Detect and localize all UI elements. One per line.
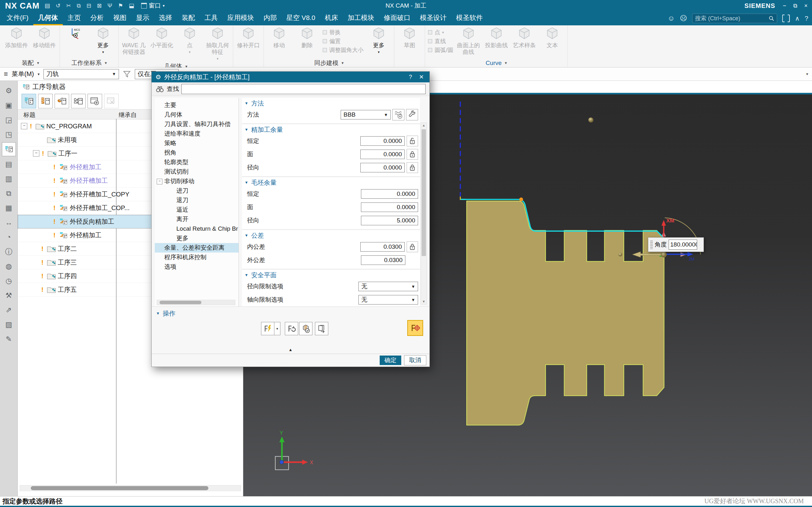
ribbon-item[interactable]: 替换 xyxy=(322,29,363,36)
ribbon-item[interactable]: 偏置 xyxy=(322,38,363,45)
ribbon-group-label[interactable] xyxy=(236,59,261,67)
section-header-blank-stock[interactable]: ▼ 毛坯余量 xyxy=(245,178,418,187)
new-method-button[interactable] xyxy=(392,109,404,120)
command-search[interactable]: 搜索 (Ctrl+Space) xyxy=(692,14,777,23)
filter-icon[interactable] xyxy=(123,70,131,78)
menu-tab-0[interactable]: 文件(F) xyxy=(2,11,33,25)
menu-tab-15[interactable]: 模圣设计 xyxy=(415,11,451,25)
tree-expander-icon[interactable]: − xyxy=(33,150,39,157)
web-browser-icon[interactable]: ◍ xyxy=(2,260,15,273)
lock-icon[interactable] xyxy=(407,149,418,160)
column-title[interactable]: 标题 xyxy=(23,111,36,119)
fixture-icon[interactable]: ◳ xyxy=(2,128,15,141)
scroll-up-icon[interactable]: ▲ xyxy=(421,123,426,128)
dialog-close-button[interactable]: ✕ xyxy=(417,73,426,80)
dialog-nav-item[interactable]: 更多 xyxy=(155,233,239,243)
menu-tab-1[interactable]: 几何体 xyxy=(33,11,63,25)
ribbon-group-label[interactable]: 装配▾ xyxy=(4,59,57,67)
process-flow-icon[interactable]: ⧉ xyxy=(2,187,15,200)
lock-icon[interactable] xyxy=(407,162,418,173)
operation-navigator-icon[interactable] xyxy=(2,142,16,156)
value-input[interactable]: 5.0000 xyxy=(361,216,418,225)
copy-icon[interactable]: ⧉ xyxy=(77,3,81,9)
dialog-nav-item[interactable]: 余量、公差和安全距离 xyxy=(155,243,239,252)
ribbon-group-label[interactable]: 同步建模▾ xyxy=(266,59,392,67)
fullscreen-icon[interactable] xyxy=(782,14,790,22)
section-header-method[interactable]: ▼ 方法 xyxy=(245,99,418,108)
menu-tab-12[interactable]: 机床 xyxy=(320,11,343,25)
machine-tool-view-icon[interactable]: ▤ xyxy=(2,158,15,171)
value-input[interactable]: 0.0300 xyxy=(360,242,405,251)
menu-tab-2[interactable]: 主页 xyxy=(63,11,86,25)
ribbon-item[interactable]: 移动 xyxy=(266,26,292,49)
gear-icon[interactable]: ⚙ xyxy=(2,84,15,97)
dialog-nav-item[interactable]: 几何体 xyxy=(155,110,239,119)
ribbon-item[interactable]: 曲面上的曲线 xyxy=(456,26,481,55)
menu-tab-14[interactable]: 修面破口 xyxy=(379,11,415,25)
generate-options-dropdown[interactable]: ▾ xyxy=(274,322,281,335)
navigator-hscrollbar[interactable] xyxy=(20,485,241,491)
ribbon-item[interactable]: 添加组件 xyxy=(4,26,29,49)
menu-tab-7[interactable]: 装配 xyxy=(177,11,200,25)
dialog-nav-item[interactable]: 进给率和速度 xyxy=(155,129,239,138)
part-cross-section[interactable] xyxy=(467,201,664,425)
reference-point[interactable] xyxy=(618,252,622,257)
value-input[interactable]: 0.0000 xyxy=(361,189,418,199)
ribbon-item[interactable]: 修补开口 xyxy=(236,26,261,49)
menu-tab-8[interactable]: 工具 xyxy=(200,11,223,25)
dialog-collapse-button[interactable]: ▲ xyxy=(152,347,429,354)
tree-expander-icon[interactable]: − xyxy=(21,123,27,129)
dialog-nav-item[interactable]: 主要 xyxy=(155,101,239,110)
menu-tab-10[interactable]: 内部 xyxy=(259,11,282,25)
dialog-nav-item[interactable]: 退刀 xyxy=(155,195,239,205)
scroll-down-icon[interactable]: ▼ xyxy=(421,299,426,304)
menu-tab-5[interactable]: 显示 xyxy=(131,11,154,25)
dialog-nav-item[interactable]: 拐角 xyxy=(155,148,239,158)
drag-grip[interactable] xyxy=(650,240,653,249)
angle-input[interactable]: 180.00000 xyxy=(669,239,697,250)
ribbon-item[interactable]: 更多▾ xyxy=(90,26,116,55)
angle-input-popup[interactable]: 角度 180.00000 xyxy=(648,237,704,252)
list-toolpath-button[interactable] xyxy=(315,322,328,335)
wcs-triad[interactable]: Y X xyxy=(275,430,313,470)
dialog-nav-item[interactable]: 刀具设置、轴和刀具补偿 xyxy=(155,119,239,129)
scrollbar-thumb[interactable] xyxy=(159,301,201,304)
paste-icon[interactable]: ⊟ xyxy=(87,2,91,9)
ribbon-item[interactable]: 文本 xyxy=(540,26,565,49)
dialog-nav-item[interactable]: 轮廓类型 xyxy=(155,158,239,167)
frown-icon[interactable]: ☹ xyxy=(680,14,687,22)
restore-button[interactable]: ⧉ xyxy=(793,3,798,9)
ribbon-item[interactable]: 草图 xyxy=(397,26,422,49)
ribbon-item[interactable]: 投影曲线 xyxy=(484,26,509,49)
value-input[interactable]: 0.0000 xyxy=(361,203,418,212)
cancel-button[interactable]: 取消 xyxy=(404,355,426,365)
machine-tool-view-button[interactable] xyxy=(38,94,53,108)
value-input[interactable]: 0.0000 xyxy=(360,163,405,172)
cut-icon[interactable]: ✂ xyxy=(66,2,71,9)
ribbon-item[interactable]: WAVE 几何链接器 xyxy=(121,26,147,55)
ribbon-item[interactable]: 调整圆角大小 xyxy=(322,46,363,54)
save-icon[interactable]: ▤ xyxy=(45,2,50,9)
find-input[interactable] xyxy=(182,84,426,94)
hamburger-icon[interactable]: ≡ xyxy=(4,70,8,78)
ribbon-item[interactable]: 点▾ xyxy=(177,26,202,55)
value-input[interactable]: 0.0000 xyxy=(360,150,405,159)
assistant-icon[interactable]: ⚑ xyxy=(118,2,123,9)
minimize-ribbon-icon[interactable]: ∧ xyxy=(795,14,800,22)
ribbon-group-label[interactable]: Curve▾ xyxy=(427,59,565,67)
ribbon-item[interactable]: 删除 xyxy=(294,26,320,49)
analysis-icon[interactable]: ◔ xyxy=(2,230,15,244)
history-icon[interactable]: ◷ xyxy=(2,274,15,287)
dialog-nav-item[interactable]: 测试切削 xyxy=(155,167,239,176)
dialog-nav-hscrollbar[interactable] xyxy=(157,300,235,305)
value-input[interactable]: 0.0000 xyxy=(360,136,405,146)
display-icon[interactable]: ⬓ xyxy=(129,2,134,9)
dialog-nav-item[interactable]: 选项 xyxy=(155,262,239,272)
window-menu[interactable]: 窗口 ▾ xyxy=(141,2,165,10)
ribbon-item[interactable]: 点▾ xyxy=(427,29,453,36)
dialog-nav-item[interactable]: 程序和机床控制 xyxy=(155,252,239,262)
tools-icon[interactable]: ⚒ xyxy=(2,289,15,302)
geometry-view-button[interactable] xyxy=(55,94,69,108)
ribbon-group-label[interactable] xyxy=(397,59,422,67)
generate-toolpath-button[interactable] xyxy=(261,322,274,335)
